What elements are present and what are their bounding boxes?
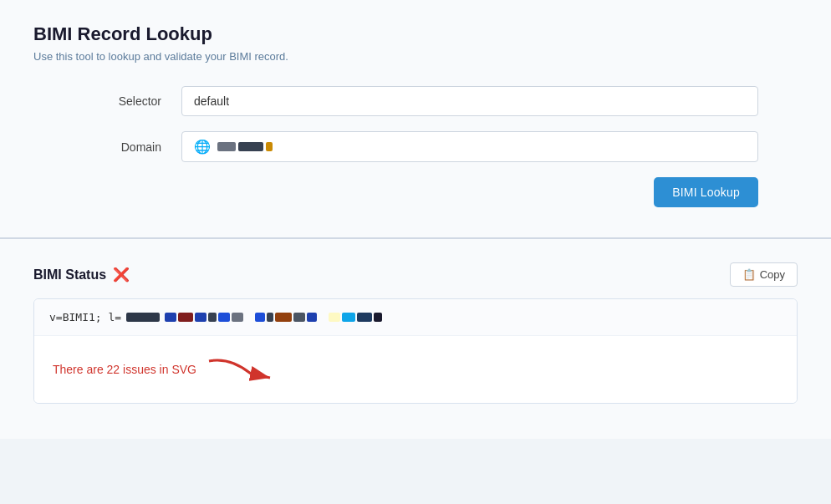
selector-input[interactable] — [181, 86, 758, 116]
status-title: BIMI Status — [33, 267, 106, 283]
bimi-lookup-button[interactable]: BIMI Lookup — [654, 177, 758, 207]
record-block-1 — [126, 313, 160, 322]
issue-box: There are 22 issues in SVG — [34, 336, 797, 403]
issue-text-row: There are 22 issues in SVG — [53, 353, 778, 386]
status-header: BIMI Status ❌ 📋 Copy — [33, 262, 798, 287]
copy-icon: 📋 — [742, 268, 756, 281]
record-blocks-group2 — [255, 313, 317, 322]
globe-icon: 🌐 — [194, 139, 211, 155]
domain-row: Domain 🌐 — [73, 131, 758, 162]
domain-label: Domain — [73, 140, 181, 154]
redact-3 — [266, 142, 273, 151]
copy-label: Copy — [760, 268, 785, 281]
copy-button[interactable]: 📋 Copy — [730, 262, 798, 287]
page-title: BIMI Record Lookup — [33, 23, 798, 45]
record-blocks-group — [165, 313, 243, 322]
arrow-icon — [205, 353, 280, 386]
domain-input-wrapper[interactable]: 🌐 — [181, 131, 758, 162]
bottom-section: BIMI Status ❌ 📋 Copy v=BIMI1; l= — [0, 239, 831, 439]
form-container: Selector Domain 🌐 BIMI Lookup — [73, 86, 758, 207]
redact-1 — [217, 142, 236, 151]
error-icon: ❌ — [113, 267, 130, 283]
record-prefix: v=BIMI1; l= — [49, 311, 121, 323]
issue-label: There are 22 issues in SVG — [53, 363, 196, 376]
domain-redacted — [217, 142, 273, 151]
selector-row: Selector — [73, 86, 758, 116]
selector-label: Selector — [73, 94, 181, 108]
top-section: BIMI Record Lookup Use this tool to look… — [0, 0, 831, 239]
button-row: BIMI Lookup — [73, 177, 758, 207]
status-title-group: BIMI Status ❌ — [33, 267, 130, 283]
redact-2 — [238, 142, 263, 151]
page-subtitle: Use this tool to lookup and validate you… — [33, 50, 798, 63]
record-value-row: v=BIMI1; l= — [34, 299, 797, 336]
record-blocks-group3 — [329, 313, 382, 322]
record-box: v=BIMI1; l= — [33, 298, 798, 404]
